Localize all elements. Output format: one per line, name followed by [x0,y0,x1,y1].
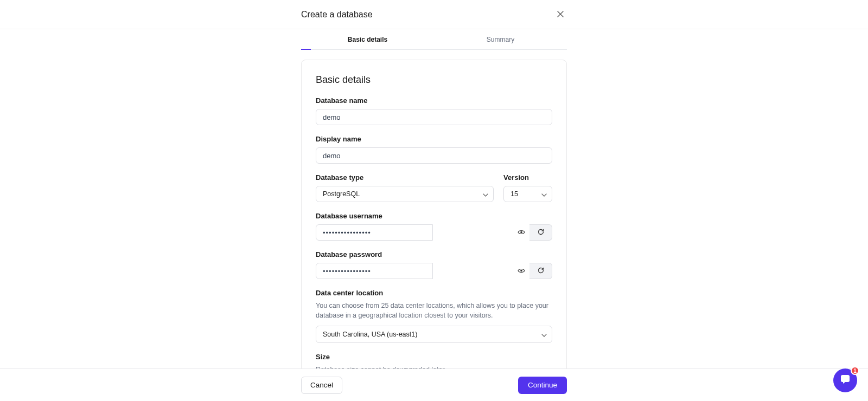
database-name-input[interactable] [316,109,552,125]
label-location: Data center location [316,289,552,297]
field-location: Data center location You can choose from… [316,289,552,343]
eye-icon [518,267,525,275]
modal-title: Create a database [301,10,373,20]
field-username: Database username [316,212,552,241]
svg-point-0 [520,231,522,234]
svg-rect-2 [841,375,850,382]
continue-button[interactable]: Continue [518,377,567,394]
tab-basic-details[interactable]: Basic details [301,36,434,50]
svg-point-1 [520,270,522,272]
close-button[interactable] [554,8,567,21]
password-input[interactable] [316,263,433,279]
tab-label: Basic details [348,36,387,43]
chat-icon [839,373,851,387]
location-select[interactable]: South Carolina, USA (us-east1) [316,326,552,343]
field-password: Database password [316,250,552,279]
reveal-password-button[interactable] [518,267,525,275]
form-card: Basic details Database name Display name… [301,60,567,368]
label-database-name: Database name [316,96,552,105]
label-size: Size [316,353,552,361]
refresh-icon [537,267,545,276]
chat-widget-button[interactable]: 1 [833,368,857,392]
chat-badge: 1 [851,366,859,375]
help-location: You can choose from 25 data center locat… [316,301,552,320]
field-database-type: Database type PostgreSQL [316,173,494,202]
select-value: PostgreSQL [323,190,360,198]
tab-label: Summary [487,36,514,43]
step-tabs: Basic details Summary [301,36,567,50]
cancel-button[interactable]: Cancel [301,377,342,394]
close-icon [557,10,564,19]
field-version: Version 15 [503,173,552,202]
label-display-name: Display name [316,135,552,143]
select-value: South Carolina, USA (us-east1) [323,331,417,338]
regenerate-username-button[interactable] [529,224,552,241]
label-database-type: Database type [316,173,494,182]
username-input[interactable] [316,224,433,241]
reveal-username-button[interactable] [518,229,525,237]
footer: Cancel Continue [0,368,868,401]
eye-icon [518,229,525,237]
select-value: 15 [510,190,518,198]
field-database-name: Database name [316,96,552,125]
refresh-icon [537,228,545,237]
section-title: Basic details [316,74,552,86]
field-display-name: Display name [316,135,552,164]
database-type-select[interactable]: PostgreSQL [316,186,494,202]
tab-summary[interactable]: Summary [434,36,567,50]
label-password: Database password [316,250,552,258]
tab-active-indicator [301,49,311,50]
regenerate-password-button[interactable] [529,263,552,279]
field-size: Size Database size cannot be downgraded … [316,353,552,368]
label-username: Database username [316,212,552,220]
modal-header: Create a database [0,0,868,29]
version-select[interactable]: 15 [503,186,552,202]
label-version: Version [503,173,552,182]
display-name-input[interactable] [316,147,552,164]
